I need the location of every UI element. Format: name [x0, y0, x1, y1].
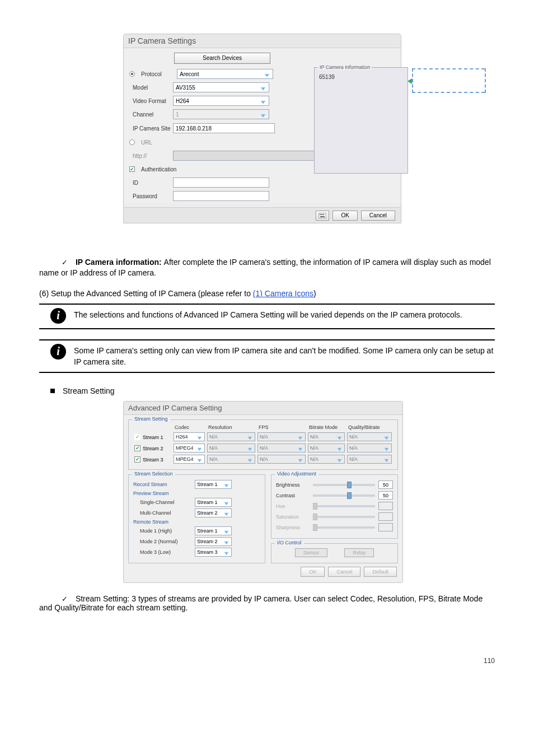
- stream1-codec-dropdown[interactable]: H264: [174, 432, 205, 441]
- info-note-1: i The selections and functions of Advanc…: [39, 305, 495, 328]
- ok-button[interactable]: OK: [301, 567, 325, 577]
- ip-site-input[interactable]: 192.168.0.218: [173, 123, 275, 133]
- record-stream-dropdown[interactable]: Stream 1: [195, 480, 232, 489]
- stream2-codec-dropdown[interactable]: MPEG4: [174, 444, 205, 452]
- ip-camera-information-value: 65139: [315, 74, 407, 80]
- http-prefix: http://: [129, 153, 173, 159]
- advanced-ip-camera-setting-dialog: Advanced IP Camera Setting Stream Settin…: [123, 401, 403, 583]
- protocol-dropdown[interactable]: Arecont: [177, 69, 273, 79]
- channel-label: Channel: [129, 111, 173, 118]
- url-radio[interactable]: [129, 139, 135, 145]
- info-icon: i: [50, 308, 66, 324]
- brightness-slider[interactable]: [313, 484, 375, 486]
- square-bullet-icon: [50, 389, 55, 393]
- svg-rect-0: [318, 213, 326, 218]
- mode2-dropdown[interactable]: Stream 2: [195, 537, 232, 546]
- mode3-dropdown[interactable]: Stream 3: [195, 548, 232, 557]
- dialog-title: IP Camera Settings: [124, 34, 401, 48]
- single-channel-dropdown[interactable]: Stream 1: [195, 498, 232, 507]
- stream-selection-group: Stream Selection Record StreamStream 1 P…: [128, 474, 265, 563]
- ip-camera-information-group: IP Camera Information 65139: [314, 67, 408, 174]
- stream3-codec-dropdown[interactable]: MPEG4: [174, 455, 205, 464]
- video-format-label: Video Format: [129, 98, 173, 104]
- mode1-dropdown[interactable]: Stream 1: [195, 526, 232, 535]
- info-paragraph: IP Camera information: After complete th…: [39, 257, 495, 278]
- contrast-slider[interactable]: [313, 494, 375, 497]
- see-also-line: (6) Setup the Advanced Setting of IP Cam…: [39, 288, 495, 299]
- stream1-checkbox[interactable]: ✓: [134, 434, 140, 440]
- id-input[interactable]: [173, 178, 269, 188]
- sensor-button[interactable]: Sensor: [295, 548, 328, 557]
- callout-dashed-line: [485, 68, 486, 93]
- password-label: Password: [129, 193, 173, 199]
- dialog-title: Advanced IP Camera Setting: [124, 402, 402, 415]
- multi-channel-dropdown[interactable]: Stream 2: [195, 508, 232, 517]
- search-devices-button[interactable]: Search Devices: [174, 53, 270, 64]
- stream1-bitratemode-dropdown[interactable]: N/A: [308, 432, 345, 441]
- stream-setting-paragraph: Stream Setting: 3 types of streams are p…: [39, 594, 495, 612]
- stream-setting-group: Stream Setting Codec Resolution FPS Bitr…: [128, 419, 398, 470]
- ip-site-label: IP Camera Site: [129, 125, 173, 132]
- password-input[interactable]: [173, 191, 269, 201]
- auth-checkbox[interactable]: ✔: [129, 166, 135, 172]
- id-label: ID: [129, 180, 173, 186]
- brightness-value: 50: [378, 480, 393, 489]
- stream1-fps-dropdown[interactable]: N/A: [257, 432, 306, 441]
- protocol-label: Protocol: [138, 71, 177, 77]
- stream-setting-bullet: Stream Setting: [50, 386, 495, 395]
- ok-button[interactable]: OK: [332, 211, 357, 221]
- svg-rect-4: [320, 216, 325, 217]
- sharpness-slider: [313, 526, 375, 529]
- callout-dashed-line: [412, 92, 485, 93]
- model-dropdown[interactable]: AV3155: [173, 82, 269, 92]
- info-icon: i: [50, 344, 66, 360]
- see-also-link[interactable]: (1) Camera Icons: [253, 289, 313, 298]
- url-label: URL: [138, 139, 177, 146]
- protocol-radio[interactable]: [129, 71, 135, 77]
- table-row: ✓Stream 1 H264 N/A N/A N/A N/A: [133, 431, 393, 442]
- stream2-checkbox[interactable]: ✔: [134, 445, 140, 451]
- stream1-resolution-dropdown[interactable]: N/A: [207, 432, 255, 441]
- ip-camera-settings-dialog: IP Camera Settings Search Devices Protoc…: [123, 34, 401, 223]
- svg-rect-2: [321, 214, 322, 215]
- table-row: ✔Stream 3 MPEG4 N/A N/A N/A N/A: [133, 454, 393, 465]
- model-label: Model: [129, 85, 173, 91]
- keyboard-icon: [318, 213, 326, 218]
- io-control-group: I/O Control Sensor Relay: [271, 543, 398, 563]
- auth-label: Authentication: [138, 166, 176, 172]
- relay-button[interactable]: Relay: [344, 548, 374, 557]
- ip-camera-information-legend: IP Camera Information: [318, 64, 372, 70]
- page-number: 110: [0, 657, 495, 665]
- keyboard-icon-button[interactable]: [316, 211, 329, 221]
- svg-rect-1: [320, 214, 321, 215]
- saturation-slider: [313, 516, 375, 518]
- svg-rect-3: [323, 214, 324, 215]
- info-note-2: i Some IP camera's setting only can view…: [39, 340, 495, 372]
- callout-arrow-icon: [407, 78, 412, 84]
- cancel-button[interactable]: Cancel: [328, 567, 360, 577]
- default-button[interactable]: Default: [364, 567, 397, 577]
- video-adjustment-group: Video Adjustment Brightness50 Contrast50…: [271, 474, 398, 539]
- table-row: ✔Stream 2 MPEG4 N/A N/A N/A N/A: [133, 442, 393, 454]
- callout-dashed-line: [412, 68, 485, 69]
- cancel-button[interactable]: Cancel: [361, 211, 395, 221]
- video-format-dropdown[interactable]: H264: [173, 96, 269, 106]
- hue-slider: [313, 505, 375, 507]
- stream1-quality-dropdown[interactable]: N/A: [347, 432, 392, 441]
- channel-dropdown[interactable]: 1: [173, 109, 269, 119]
- stream3-checkbox[interactable]: ✔: [134, 456, 140, 463]
- contrast-value: 50: [378, 491, 393, 500]
- callout-dashed-line: [412, 68, 413, 93]
